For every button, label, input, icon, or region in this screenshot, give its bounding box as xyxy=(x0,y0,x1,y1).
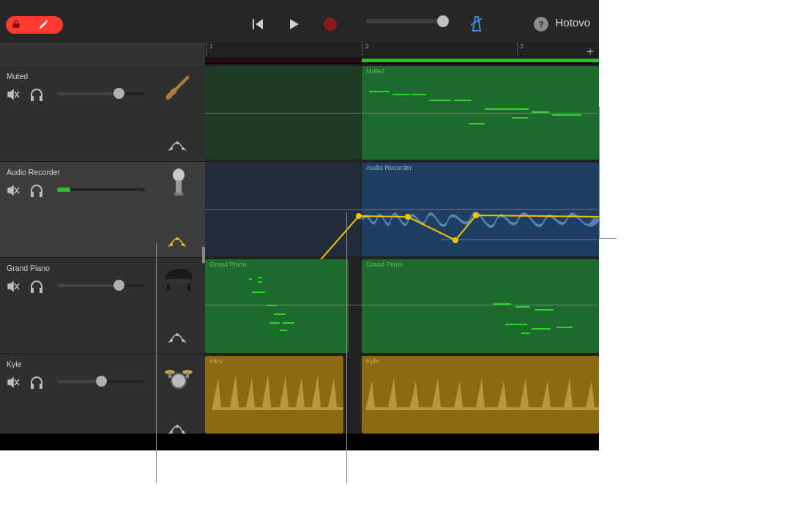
track-header[interactable]: Kyle xyxy=(0,354,205,444)
instrument-icon xyxy=(163,169,195,198)
add-track-button[interactable]: ＋ xyxy=(584,44,596,59)
solo-button[interactable] xyxy=(29,88,44,103)
go-to-start-button[interactable] xyxy=(247,15,267,34)
volume-slider[interactable] xyxy=(57,188,145,191)
bottom-bar xyxy=(0,434,599,450)
svg-rect-10 xyxy=(167,283,170,291)
mute-button[interactable] xyxy=(7,280,20,294)
drum-waveform xyxy=(205,356,343,434)
automation-icon xyxy=(168,332,187,345)
ruler-marker: 2 xyxy=(362,42,369,56)
mute-button[interactable] xyxy=(7,184,20,198)
ruler-marker: 3 xyxy=(517,42,524,56)
headphones-icon xyxy=(29,88,44,101)
instrument-icon xyxy=(163,361,195,390)
headphones-icon xyxy=(29,184,44,197)
solo-button[interactable] xyxy=(29,184,44,198)
cycle-region[interactable] xyxy=(362,59,599,62)
track-header-pane: Muted Audio Re xyxy=(0,42,205,450)
play-icon xyxy=(286,17,301,31)
svg-rect-5 xyxy=(174,193,183,196)
svg-rect-19 xyxy=(168,372,171,378)
skip-back-icon xyxy=(250,17,264,31)
automation-button[interactable] xyxy=(167,138,187,155)
region-label: Grand Piano xyxy=(209,261,247,268)
timeline-body[interactable]: Muted Audio Recorder xyxy=(205,66,599,450)
mute-icon xyxy=(7,184,20,197)
headphones-icon xyxy=(29,280,44,293)
help-button[interactable]: ? xyxy=(534,17,548,31)
volume-knob[interactable] xyxy=(113,88,124,99)
svg-point-0 xyxy=(170,147,173,150)
svg-point-13 xyxy=(176,333,179,336)
grand-piano-icon xyxy=(163,266,195,294)
region-label: Muted xyxy=(366,67,384,75)
track-name: Kyle xyxy=(7,360,21,368)
volume-knob[interactable] xyxy=(96,376,107,387)
mute-icon xyxy=(7,280,20,293)
svg-point-12 xyxy=(170,339,173,342)
done-button[interactable]: Hotovo xyxy=(555,16,590,29)
volume-knob[interactable] xyxy=(113,280,124,291)
svg-point-6 xyxy=(170,243,173,246)
automation-handle[interactable] xyxy=(202,247,205,263)
mute-icon xyxy=(7,376,20,389)
solo-button[interactable] xyxy=(29,376,44,390)
mute-button[interactable] xyxy=(7,376,20,390)
solo-button[interactable] xyxy=(29,280,44,294)
track-name: Audio Recorder xyxy=(7,168,60,177)
lock-icon xyxy=(12,20,21,29)
automation-icon xyxy=(168,236,187,249)
volume-slider[interactable] xyxy=(57,284,145,287)
callout-line xyxy=(599,107,600,239)
svg-point-7 xyxy=(176,237,179,240)
zoom-slider-knob[interactable] xyxy=(437,15,449,27)
transport-controls xyxy=(247,13,350,35)
track-name: Grand Piano xyxy=(7,264,50,272)
play-button[interactable] xyxy=(284,15,303,34)
automation-icon xyxy=(168,140,187,153)
track-header[interactable]: Muted xyxy=(0,66,205,162)
instrument-icon xyxy=(163,265,195,294)
ruler-marker: 1 xyxy=(206,42,213,56)
headphones-icon xyxy=(29,376,44,389)
drum-waveform xyxy=(362,356,599,434)
svg-rect-11 xyxy=(187,283,190,291)
svg-rect-20 xyxy=(186,372,189,378)
midi-region[interactable]: Grand Piano xyxy=(362,259,599,353)
region-label: Intro xyxy=(209,357,223,365)
region-label: Audio Recorder xyxy=(366,164,412,171)
svg-rect-4 xyxy=(176,180,182,193)
edit-lock-toggle[interactable] xyxy=(6,16,63,34)
drum-kit-icon xyxy=(163,362,195,390)
track-name: Muted xyxy=(7,72,28,81)
region-label: Kyle xyxy=(366,357,379,365)
callout-line xyxy=(346,212,347,483)
volume-slider[interactable] xyxy=(57,92,145,95)
app-window: ? Hotovo 1 2 3 ＋ Muted xyxy=(0,0,599,450)
mute-icon xyxy=(7,88,20,101)
timeline-ruler[interactable]: 1 2 3 xyxy=(205,42,599,56)
track-header[interactable]: Audio Recorder xyxy=(0,162,205,258)
mute-button[interactable] xyxy=(7,88,20,103)
microphone-icon xyxy=(167,168,190,200)
svg-point-8 xyxy=(182,243,185,246)
drummer-region[interactable]: Kyle xyxy=(362,356,599,434)
midi-region[interactable]: Grand Piano xyxy=(205,259,349,353)
metronome-button[interactable] xyxy=(469,15,485,34)
callout-line xyxy=(599,238,617,239)
callout-line xyxy=(156,243,157,483)
pencil-icon xyxy=(38,20,48,30)
drummer-region[interactable]: Intro xyxy=(205,356,343,434)
automation-button[interactable] xyxy=(167,330,187,347)
metronome-icon xyxy=(469,15,485,32)
svg-point-1 xyxy=(176,141,179,144)
zoom-slider[interactable] xyxy=(366,19,448,23)
volume-slider[interactable] xyxy=(57,380,145,383)
bass-guitar-icon xyxy=(163,72,195,104)
svg-rect-9 xyxy=(167,279,190,283)
track-header[interactable]: Grand Piano xyxy=(0,258,205,354)
svg-point-22 xyxy=(176,425,179,428)
automation-button[interactable] xyxy=(167,234,187,251)
record-button[interactable] xyxy=(321,15,340,34)
